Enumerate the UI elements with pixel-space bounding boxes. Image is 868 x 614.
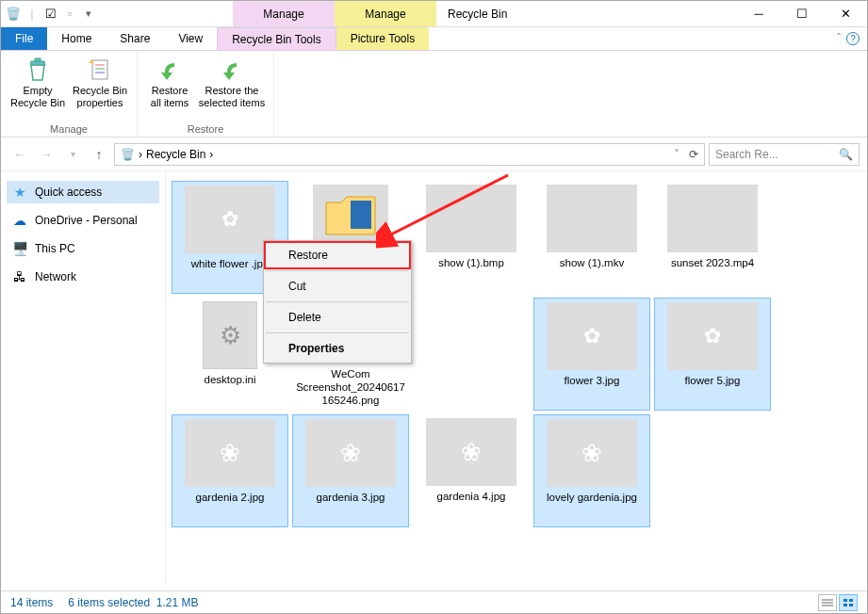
context-menu-properties[interactable]: Properties bbox=[264, 334, 411, 363]
file-thumbnail: ⚙ bbox=[203, 301, 257, 369]
forward-button[interactable]: → bbox=[35, 143, 57, 166]
ribbon-body: Empty Recycle Bin Recycle Bin properties… bbox=[1, 51, 867, 137]
sidebar-item-onedrive[interactable]: ☁ OneDrive - Personal bbox=[7, 209, 159, 232]
thumbnails-view-button[interactable] bbox=[839, 594, 858, 611]
context-menu-restore[interactable]: Restore bbox=[264, 241, 411, 269]
quick-access-toolbar: 🗑️ | ☑ ▫ ▾ bbox=[1, 6, 101, 23]
close-button[interactable]: ✕ bbox=[824, 1, 867, 27]
file-name: gardenia 4.jpg bbox=[437, 490, 506, 503]
minimize-button[interactable]: ─ bbox=[737, 1, 780, 27]
up-button[interactable]: ↑ bbox=[88, 143, 110, 166]
recycle-bin-properties-button[interactable]: Recycle Bin properties bbox=[69, 55, 131, 109]
breadcrumb-chevron-icon[interactable]: › bbox=[139, 148, 142, 161]
file-item[interactable]: ❀lovely gardenia.jpg bbox=[533, 414, 650, 527]
context-menu-separator bbox=[266, 270, 409, 271]
content-area: ★ Quick access ☁ OneDrive - Personal 🖥️ … bbox=[1, 171, 867, 582]
restore-all-button[interactable]: Restore all items bbox=[143, 55, 196, 109]
context-menu-separator bbox=[266, 332, 409, 333]
file-list[interactable]: ✿white flower .jpgUpload to FBshow (1).b… bbox=[166, 171, 867, 582]
tab-home[interactable]: Home bbox=[47, 27, 106, 50]
sidebar-item-quick-access[interactable]: ★ Quick access bbox=[7, 181, 159, 203]
file-name: WeCom Screenshot_20240617165246.png bbox=[296, 367, 405, 407]
qat-chevron-icon[interactable]: ▾ bbox=[80, 6, 97, 23]
tab-share[interactable]: Share bbox=[106, 27, 164, 50]
file-name: flower 5.jpg bbox=[685, 374, 741, 387]
file-item[interactable]: ❀gardenia 4.jpg bbox=[413, 414, 530, 527]
recent-locations-icon[interactable]: ▾ bbox=[61, 143, 84, 166]
breadcrumb[interactable]: 🗑️ › Recycle Bin › ˅ ⟳ bbox=[114, 143, 705, 166]
ribbon-group-manage-label: Manage bbox=[50, 121, 88, 135]
tab-view[interactable]: View bbox=[164, 27, 217, 50]
file-name: gardenia 2.jpg bbox=[196, 491, 265, 504]
context-tab-manage-1: Manage bbox=[233, 1, 335, 26]
file-name: gardenia 3.jpg bbox=[317, 491, 385, 504]
details-view-button[interactable] bbox=[818, 594, 837, 611]
file-name: white flower .jpg bbox=[191, 257, 269, 270]
tab-file[interactable]: File bbox=[1, 27, 47, 50]
file-thumbnail: ❀ bbox=[185, 419, 275, 487]
svg-rect-1 bbox=[92, 60, 107, 79]
breadcrumb-dropdown-icon[interactable]: ˅ bbox=[674, 148, 680, 161]
file-name: flower 3.jpg bbox=[565, 374, 620, 387]
restore-selected-icon bbox=[217, 55, 247, 85]
search-placeholder: Search Re... bbox=[715, 148, 778, 161]
context-menu-cut[interactable]: Cut bbox=[264, 272, 411, 300]
svg-rect-13 bbox=[849, 604, 853, 606]
breadcrumb-segment[interactable]: Recycle Bin bbox=[146, 148, 205, 161]
file-item[interactable]: ✿flower 5.jpg bbox=[654, 298, 771, 411]
file-item[interactable]: show (1).mkv bbox=[533, 181, 650, 294]
search-input[interactable]: Search Re... 🔍 bbox=[709, 143, 860, 166]
tab-picture-tools[interactable]: Picture Tools bbox=[336, 27, 429, 50]
context-tab-headers: Manage Manage bbox=[233, 1, 436, 26]
empty-recycle-bin-button[interactable]: Empty Recycle Bin bbox=[7, 55, 69, 109]
file-thumbnail: ❀ bbox=[426, 418, 516, 486]
file-name: sunset 2023.mp4 bbox=[671, 256, 754, 269]
svg-rect-12 bbox=[843, 604, 847, 606]
properties-icon[interactable]: ☑ bbox=[42, 6, 59, 23]
properties-sheet-icon bbox=[85, 55, 115, 85]
file-thumbnail: ✿ bbox=[667, 302, 758, 370]
file-thumbnail bbox=[547, 185, 637, 252]
sidebar-item-network[interactable]: 🖧 Network bbox=[7, 266, 159, 288]
search-icon: 🔍 bbox=[839, 148, 853, 161]
qat-separator: | bbox=[24, 6, 41, 23]
restore-selected-label: Restore the selected items bbox=[199, 85, 265, 109]
file-item[interactable]: ❀gardenia 3.jpg bbox=[292, 414, 409, 527]
svg-rect-11 bbox=[849, 599, 853, 602]
restore-selected-button[interactable]: Restore the selected items bbox=[196, 55, 268, 109]
new-doc-icon[interactable]: ▫ bbox=[61, 6, 78, 23]
sidebar-item-label: Quick access bbox=[35, 186, 102, 199]
file-name: desktop.ini bbox=[205, 373, 256, 386]
restore-all-label: Restore all items bbox=[151, 85, 188, 109]
file-item[interactable]: sunset 2023.mp4 bbox=[654, 181, 771, 294]
tab-recycle-bin-tools[interactable]: Recycle Bin Tools bbox=[217, 27, 336, 50]
recycle-bin-properties-label: Recycle Bin properties bbox=[73, 85, 127, 109]
file-thumbnail bbox=[426, 185, 516, 252]
sidebar-item-this-pc[interactable]: 🖥️ This PC bbox=[7, 237, 159, 260]
file-item[interactable]: ✿flower 3.jpg bbox=[533, 298, 650, 411]
help-icon[interactable]: ? bbox=[846, 32, 860, 45]
file-thumbnail bbox=[667, 185, 758, 252]
trash-icon bbox=[23, 55, 53, 85]
file-item[interactable]: ❀gardenia 2.jpg bbox=[172, 414, 288, 527]
maximize-button[interactable]: ☐ bbox=[780, 1, 824, 27]
sidebar-item-label: Network bbox=[35, 270, 76, 283]
context-tab-manage-2: Manage bbox=[335, 1, 436, 26]
file-item[interactable]: show (1).bmp bbox=[413, 181, 530, 294]
ribbon-help: ˆ ? bbox=[829, 27, 867, 50]
context-menu-separator bbox=[266, 301, 409, 302]
svg-rect-0 bbox=[35, 58, 41, 61]
context-menu-delete[interactable]: Delete bbox=[264, 303, 411, 331]
restore-all-icon bbox=[155, 55, 185, 85]
file-thumbnail: ✿ bbox=[547, 302, 637, 370]
svg-rect-5 bbox=[351, 201, 371, 229]
window-controls: ─ ☐ ✕ bbox=[737, 1, 867, 27]
back-button[interactable]: ← bbox=[8, 143, 31, 166]
status-selected-count: 6 items selected 1.21 MB bbox=[68, 596, 198, 609]
network-icon: 🖧 bbox=[12, 269, 27, 284]
window-title: Recycle Bin bbox=[436, 8, 737, 21]
refresh-icon[interactable]: ⟳ bbox=[689, 148, 698, 161]
collapse-ribbon-icon[interactable]: ˆ bbox=[837, 32, 841, 45]
status-bar: 14 items 6 items selected 1.21 MB bbox=[1, 590, 867, 613]
breadcrumb-chevron-icon[interactable]: › bbox=[209, 148, 213, 161]
